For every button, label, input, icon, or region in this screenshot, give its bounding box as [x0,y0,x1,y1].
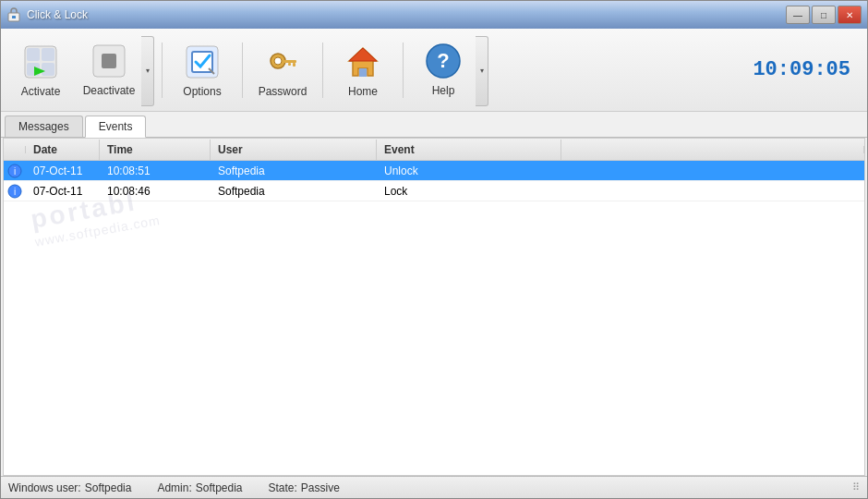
svg-rect-6 [42,63,54,76]
th-event: Event [377,140,561,160]
window-title: Click & Lock [27,8,88,21]
deactivate-label: Deactivate [83,84,136,97]
row-date: 07-Oct-11 [26,183,100,200]
home-icon [344,43,382,81]
deactivate-arrow-button[interactable]: ▾ [141,36,154,106]
content-area: portabl www.softpedia.com Date Time User… [3,138,865,476]
svg-rect-1 [12,16,16,18]
th-user: User [211,140,377,160]
title-bar-left: Click & Lock [6,7,88,22]
toolbar-separator-4 [403,43,404,98]
status-bar: Windows user: Softpedia Admin: Softpedia… [1,476,867,498]
title-buttons: — □ ✕ [786,6,862,24]
th-time: Time [100,140,211,160]
help-arrow-button[interactable]: ▾ [476,36,488,106]
tabs-bar: Messages Events [1,112,867,138]
th-extra [561,146,864,153]
help-button[interactable]: ? Help [411,34,476,104]
windows-user-label: Windows user: [8,481,81,494]
table-row[interactable]: i 07-Oct-11 10:08:46 Softpedia Lock [4,181,864,201]
app-icon [6,7,21,22]
admin-value: Softpedia [196,481,243,494]
help-icon: ? [424,42,463,80]
password-label: Password [259,85,307,98]
row-icon-cell: i [4,182,26,201]
row-event: Unlock [377,163,561,179]
row-time: 10:08:51 [100,163,211,179]
lock-icon: i [7,184,22,199]
tab-messages[interactable]: Messages [5,116,83,137]
svg-rect-3 [27,48,40,61]
row-user: Softpedia [211,163,377,179]
row-date: 07-Oct-11 [26,163,100,179]
svg-rect-15 [283,60,296,63]
title-bar: Click & Lock — □ ✕ [1,1,867,29]
tab-events[interactable]: Events [85,116,147,138]
activate-button[interactable]: Activate [8,35,73,105]
table-header: Date Time User Event [4,139,864,161]
main-window: Click & Lock — □ ✕ A [0,0,868,499]
svg-text:i: i [14,166,16,176]
options-label: Options [183,85,221,98]
svg-rect-4 [42,48,54,61]
activate-label: Activate [21,85,61,98]
row-extra [561,169,864,173]
toolbar-separator-3 [322,43,323,98]
clock-display: 10:09:05 [753,58,860,81]
unlock-icon: i [7,164,22,178]
maximize-button[interactable]: □ [812,6,836,24]
svg-rect-16 [293,63,295,67]
toolbar-separator-1 [162,43,163,98]
close-button[interactable]: ✕ [838,6,862,24]
state-value: Passive [301,481,340,494]
resize-handle[interactable]: ⠿ [852,481,860,493]
home-button[interactable]: Home [331,35,395,105]
th-date: Date [26,140,100,160]
th-icon-spacer [4,146,26,153]
state-label: State: [269,481,297,494]
deactivate-group: Deactivate ▾ [77,34,154,106]
row-event: Lock [377,183,561,200]
svg-text:?: ? [437,49,449,72]
svg-marker-20 [349,48,377,61]
toolbar-separator-2 [242,43,243,98]
admin-label: Admin: [157,481,191,494]
row-extra [561,189,864,193]
activate-icon [21,43,60,81]
row-time: 10:08:46 [100,183,211,200]
svg-text:i: i [14,187,16,197]
table-row[interactable]: i 07-Oct-11 10:08:51 Softpedia Unlock [4,161,864,181]
toolbar: Activate Deactivate ▾ [1,29,867,112]
windows-user-value: Softpedia [85,481,132,494]
deactivate-button[interactable]: Deactivate [77,34,141,104]
options-icon [183,43,222,81]
home-label: Home [348,85,378,98]
options-button[interactable]: Options [170,35,235,105]
help-label: Help [432,84,455,97]
password-icon [263,43,302,81]
row-user: Softpedia [211,183,377,200]
deactivate-icon [90,42,128,80]
svg-point-14 [274,57,282,65]
help-group: ? Help ▾ [411,34,488,106]
svg-rect-17 [288,63,291,66]
table-body: i 07-Oct-11 10:08:51 Softpedia Unlock i … [4,161,864,475]
row-icon-cell: i [4,162,26,180]
minimize-button[interactable]: — [786,6,810,24]
svg-rect-9 [102,54,116,68]
svg-rect-19 [359,68,367,77]
password-button[interactable]: Password [250,35,315,105]
